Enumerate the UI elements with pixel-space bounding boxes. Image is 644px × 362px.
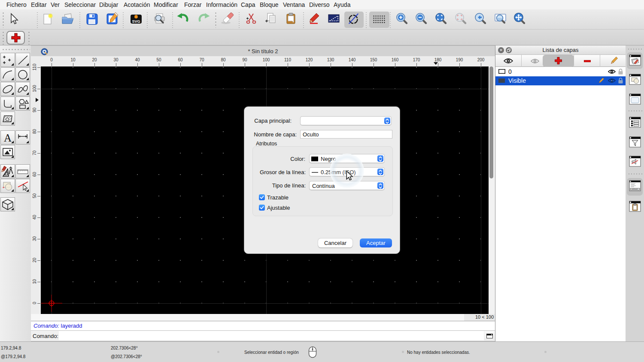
svg-text:SVG: SVG xyxy=(132,19,140,24)
svg-text:command: command xyxy=(632,188,638,190)
svg-text:A: A xyxy=(4,132,12,144)
